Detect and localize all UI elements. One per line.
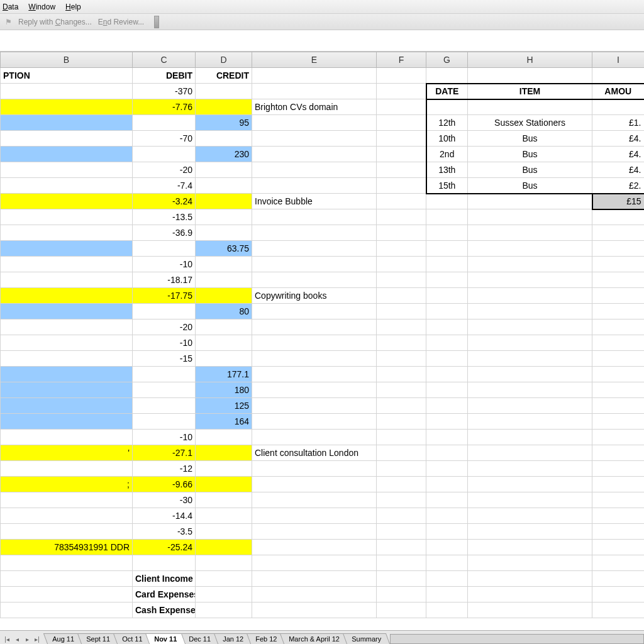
cell[interactable] xyxy=(592,209,645,225)
cell[interactable] xyxy=(196,524,252,540)
cell[interactable] xyxy=(377,257,426,272)
cell[interactable]: Copywriting books xyxy=(252,288,377,304)
cell[interactable] xyxy=(1,398,133,414)
cell[interactable]: -9.66 xyxy=(133,477,196,492)
cell[interactable] xyxy=(468,382,592,398)
cell[interactable] xyxy=(252,272,377,288)
cell[interactable] xyxy=(426,194,468,209)
cell[interactable] xyxy=(196,477,252,492)
cell[interactable] xyxy=(196,272,252,288)
cell[interactable] xyxy=(1,115,133,131)
sheet-tab[interactable]: Nov 11 xyxy=(145,633,186,644)
cell[interactable]: -14.4 xyxy=(133,508,196,524)
cell[interactable] xyxy=(468,492,592,508)
sheet-tab[interactable]: Sept 11 xyxy=(77,633,119,644)
cell[interactable] xyxy=(468,555,592,571)
cell[interactable] xyxy=(592,367,645,382)
cell[interactable] xyxy=(1,430,133,445)
cell[interactable] xyxy=(426,209,468,225)
cell[interactable] xyxy=(377,319,426,335)
cell[interactable] xyxy=(1,209,133,225)
cell[interactable] xyxy=(196,288,252,304)
cell[interactable] xyxy=(377,225,426,241)
cell[interactable] xyxy=(1,84,133,99)
cell[interactable] xyxy=(133,147,196,162)
cell[interactable] xyxy=(592,68,645,84)
cell[interactable] xyxy=(196,162,252,178)
cell[interactable] xyxy=(592,319,645,335)
cell[interactable] xyxy=(377,194,426,209)
cell[interactable] xyxy=(377,571,426,587)
cell[interactable] xyxy=(1,99,133,115)
cell[interactable]: -7.76 xyxy=(133,99,196,115)
cell[interactable]: 177.1 xyxy=(196,367,252,382)
cell[interactable] xyxy=(377,445,426,461)
cell[interactable] xyxy=(592,398,645,414)
cell[interactable] xyxy=(426,225,468,241)
cell[interactable]: 230 xyxy=(196,147,252,162)
cell[interactable] xyxy=(1,147,133,162)
cell[interactable] xyxy=(592,540,645,555)
cell[interactable] xyxy=(196,430,252,445)
cell[interactable] xyxy=(592,508,645,524)
cell[interactable] xyxy=(426,367,468,382)
cell[interactable]: -12 xyxy=(133,461,196,477)
cell[interactable] xyxy=(196,335,252,351)
cell[interactable] xyxy=(252,147,377,162)
cell[interactable] xyxy=(377,178,426,194)
cell[interactable]: £4. xyxy=(592,147,645,162)
cell[interactable]: 78354931991 DDR xyxy=(1,540,133,555)
cell[interactable] xyxy=(196,571,252,587)
cell[interactable] xyxy=(377,367,426,382)
reply-changes-button[interactable]: Reply with Changes... xyxy=(18,18,92,26)
cell[interactable] xyxy=(468,209,592,225)
cell[interactable] xyxy=(252,367,377,382)
cell[interactable] xyxy=(468,587,592,602)
cell[interactable] xyxy=(1,492,133,508)
cell[interactable] xyxy=(426,540,468,555)
cell[interactable]: -10 xyxy=(133,257,196,272)
cell[interactable] xyxy=(426,508,468,524)
sheet-tab[interactable]: Dec 11 xyxy=(180,633,219,644)
col-header-G[interactable]: G xyxy=(426,52,468,68)
cell[interactable] xyxy=(252,398,377,414)
cell[interactable]: -15 xyxy=(133,351,196,367)
cell[interactable] xyxy=(252,319,377,335)
cell[interactable] xyxy=(426,445,468,461)
cell[interactable] xyxy=(377,335,426,351)
cell[interactable]: Bus xyxy=(468,162,592,178)
cell[interactable]: -18.17 xyxy=(133,272,196,288)
cell[interactable] xyxy=(377,540,426,555)
cell[interactable]: -70 xyxy=(133,131,196,147)
cell[interactable] xyxy=(1,272,133,288)
cell[interactable] xyxy=(468,68,592,84)
cell[interactable] xyxy=(196,178,252,194)
cell[interactable] xyxy=(196,84,252,99)
toolbar-grip-icon[interactable] xyxy=(154,16,159,28)
cell[interactable] xyxy=(196,508,252,524)
cell[interactable] xyxy=(196,194,252,209)
cell[interactable] xyxy=(377,430,426,445)
cell[interactable] xyxy=(377,131,426,147)
cell[interactable] xyxy=(592,257,645,272)
cell[interactable]: 125 xyxy=(196,398,252,414)
cell[interactable] xyxy=(377,477,426,492)
cell[interactable] xyxy=(426,99,468,115)
tab-prev-icon[interactable]: ◂ xyxy=(13,635,21,644)
cell[interactable] xyxy=(468,272,592,288)
column-header-row[interactable]: B C D E F G H I xyxy=(1,52,645,68)
cell[interactable] xyxy=(592,492,645,508)
cell[interactable] xyxy=(196,319,252,335)
cell[interactable]: DATE xyxy=(426,84,468,99)
cell[interactable] xyxy=(252,162,377,178)
cell[interactable] xyxy=(426,477,468,492)
cell[interactable] xyxy=(196,445,252,461)
cell[interactable] xyxy=(468,319,592,335)
cell[interactable]: 15th xyxy=(426,178,468,194)
cell[interactable]: -3.5 xyxy=(133,524,196,540)
cell[interactable] xyxy=(592,524,645,540)
cell[interactable]: £1. xyxy=(592,115,645,131)
cell[interactable] xyxy=(377,508,426,524)
cell[interactable] xyxy=(592,241,645,257)
cell[interactable]: 13th xyxy=(426,162,468,178)
